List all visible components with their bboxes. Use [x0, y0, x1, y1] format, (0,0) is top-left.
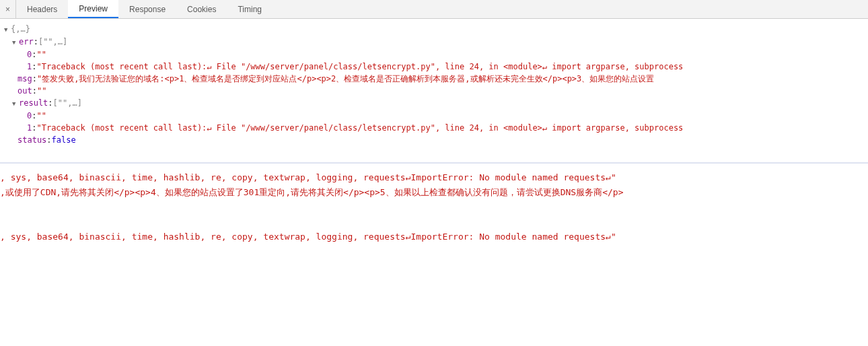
result-summary: ["",…]: [53, 97, 82, 109]
json-out: out: "": [3, 85, 865, 97]
json-err-0: 0: "": [3, 48, 865, 61]
json-msg: msg: "签发失败,我们无法验证您的域名:<p>1、检查域名是否绑定到对应站点…: [3, 73, 865, 85]
err-summary: ["",…]: [38, 36, 67, 48]
root-summary: {,…}: [11, 23, 30, 35]
json-key: status: [17, 134, 46, 146]
tab-headers[interactable]: Headers: [16, 0, 68, 18]
json-key: 1: [27, 61, 32, 73]
json-key: msg: [17, 73, 32, 85]
json-root[interactable]: ▼ {,…}: [3, 23, 865, 36]
preview-pane: ▼ {,…} ▼ err: ["",…] 0: "" 1: "Traceback…: [0, 19, 868, 149]
json-result-0: 0: "": [3, 110, 865, 122]
json-key: 0: [27, 110, 32, 122]
overflow-block: , sys, base64, binascii, time, hashlib, …: [0, 162, 868, 247]
json-status: status: false: [3, 134, 865, 146]
tab-response[interactable]: Response: [118, 0, 176, 18]
json-key: result: [19, 97, 48, 109]
colon: :: [34, 36, 38, 48]
overflow-gap: [0, 200, 868, 230]
json-value: "": [36, 110, 46, 122]
json-value: "Traceback (most recent call last):↵ Fil…: [36, 61, 683, 73]
tab-timing[interactable]: Timing: [227, 0, 273, 18]
overflow-line-2: ,或使用了CDN,请先将其关闭</p><p>4、如果您的站点设置了301重定向,…: [0, 185, 868, 200]
json-result[interactable]: ▼ result: ["",…]: [3, 97, 865, 110]
json-value: false: [52, 134, 76, 146]
json-key: out: [17, 85, 32, 97]
json-err[interactable]: ▼ err: ["",…]: [3, 36, 865, 48]
json-value: "签发失败,我们无法验证您的域名:<p>1、检查域名是否绑定到对应站点</p><…: [37, 73, 654, 85]
expand-icon[interactable]: ▼: [12, 98, 19, 110]
tab-cookies[interactable]: Cookies: [176, 0, 227, 18]
json-value: "": [36, 48, 46, 61]
close-icon[interactable]: ×: [0, 0, 16, 18]
json-value: "Traceback (most recent call last):↵ Fil…: [36, 122, 683, 134]
expand-icon[interactable]: ▼: [4, 24, 11, 36]
expand-icon[interactable]: ▼: [12, 36, 19, 48]
json-result-1: 1: "Traceback (most recent call last):↵ …: [3, 122, 865, 134]
overflow-line-1: , sys, base64, binascii, time, hashlib, …: [0, 170, 868, 185]
json-err-1: 1: "Traceback (most recent call last):↵ …: [3, 61, 865, 73]
overflow-line-3: , sys, base64, binascii, time, hashlib, …: [0, 230, 868, 244]
devtools-tabbar: × Headers Preview Response Cookies Timin…: [0, 0, 868, 19]
json-key: 1: [27, 122, 32, 134]
json-key: err: [19, 36, 34, 48]
json-key: 0: [27, 48, 32, 61]
json-value: "": [37, 85, 46, 97]
tab-preview[interactable]: Preview: [68, 0, 118, 18]
